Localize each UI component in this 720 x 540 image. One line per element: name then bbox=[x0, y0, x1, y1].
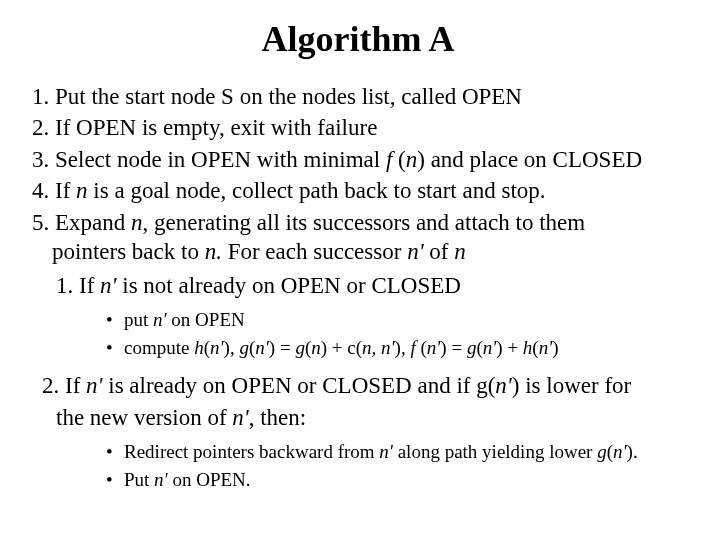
step-5-text-a: 5. Expand bbox=[32, 210, 131, 235]
bullet-icon: • bbox=[106, 306, 124, 334]
bullet-put-open: • put n' on OPEN bbox=[106, 306, 680, 334]
step-5c-np: n' bbox=[407, 239, 423, 264]
sub1-bullets: • put n' on OPEN • compute h(n'), g(n') … bbox=[106, 306, 680, 361]
step-5c-n: n. bbox=[205, 239, 222, 264]
sub2d-a: the new version of bbox=[56, 405, 232, 430]
bullet-text: compute h(n'), g(n') = g(n) + c(n, n'), … bbox=[124, 334, 559, 362]
step-4-text-b: is a goal node, collect path back to sta… bbox=[88, 178, 546, 203]
step-5-n: n bbox=[131, 210, 143, 235]
sub2-c: ) is lower for bbox=[512, 373, 631, 398]
step-3-f: f bbox=[386, 147, 398, 172]
step-5-text-b: , generating all its successors and atta… bbox=[143, 210, 586, 235]
sub1-np: n' bbox=[100, 273, 116, 298]
sub2d-np: n' bbox=[232, 405, 248, 430]
step-3-text-a: 3. Select node in OPEN with minimal bbox=[32, 147, 386, 172]
step-5c-b: For each successor bbox=[222, 239, 407, 264]
step-5c-c: of bbox=[424, 239, 455, 264]
step-2: 2. If OPEN is empty, exit with failure bbox=[32, 113, 680, 142]
bullet-icon: • bbox=[106, 466, 124, 494]
step-3: 3. Select node in OPEN with minimal f (n… bbox=[32, 145, 680, 174]
sub2-np: n' bbox=[86, 373, 102, 398]
step-5-cont: pointers back to n. For each successor n… bbox=[32, 237, 680, 266]
bullet-text: Redirect pointers backward from n' along… bbox=[124, 438, 638, 466]
sub2-a: 2. If bbox=[42, 373, 86, 398]
step-5c-n2: n bbox=[454, 239, 466, 264]
step-4-n: n bbox=[76, 178, 88, 203]
step-4: 4. If n is a goal node, collect path bac… bbox=[32, 176, 680, 205]
substeps-list: 1. If n' is not already on OPEN or CLOSE… bbox=[56, 271, 680, 494]
step-5c-a: pointers back to bbox=[52, 239, 205, 264]
substep-2-cont: the new version of n', then: bbox=[56, 403, 680, 432]
slide: Algorithm A 1. Put the start node S on t… bbox=[0, 0, 720, 540]
sub2d-b: , then: bbox=[249, 405, 307, 430]
main-steps-list: 1. Put the start node S on the nodes lis… bbox=[32, 82, 680, 493]
sub2-b: is already on OPEN or CLOSED and if g( bbox=[103, 373, 496, 398]
bullet-compute: • compute h(n'), g(n') = g(n) + c(n, n')… bbox=[106, 334, 680, 362]
sub2-bullets: • Redirect pointers backward from n' alo… bbox=[106, 438, 680, 493]
bullet-icon: • bbox=[106, 438, 124, 466]
step-1: 1. Put the start node S on the nodes lis… bbox=[32, 82, 680, 111]
step-3-text-b: ) and place on CLOSED bbox=[417, 147, 642, 172]
step-4-text-a: 4. If bbox=[32, 178, 76, 203]
bullet-put-open-2: • Put n' on OPEN. bbox=[106, 466, 680, 494]
slide-title: Algorithm A bbox=[36, 18, 680, 60]
step-3-paren: ( bbox=[398, 147, 406, 172]
bullet-redirect: • Redirect pointers backward from n' alo… bbox=[106, 438, 680, 466]
bullet-icon: • bbox=[106, 334, 124, 362]
substep-2: 2. If n' is already on OPEN or CLOSED an… bbox=[42, 371, 680, 400]
sub2-np2: n' bbox=[495, 373, 511, 398]
step-3-n: n bbox=[406, 147, 418, 172]
step-5: 5. Expand n, generating all its successo… bbox=[32, 208, 680, 237]
bullet-text: put n' on OPEN bbox=[124, 306, 245, 334]
bullet-text: Put n' on OPEN. bbox=[124, 466, 251, 494]
sub1-b: is not already on OPEN or CLOSED bbox=[117, 273, 461, 298]
sub1-a: 1. If bbox=[56, 273, 100, 298]
substep-1: 1. If n' is not already on OPEN or CLOSE… bbox=[56, 271, 680, 300]
